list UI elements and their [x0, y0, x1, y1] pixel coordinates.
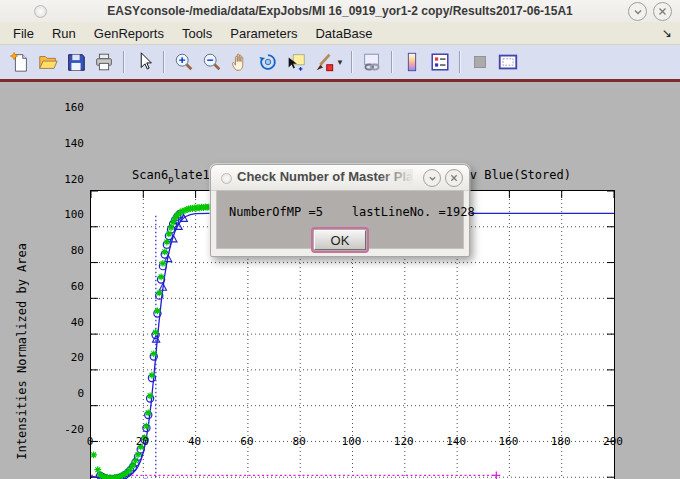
link-plot-icon[interactable] — [359, 49, 385, 75]
x-tick-label: 140 — [436, 435, 476, 448]
new-file-icon[interactable] — [7, 49, 33, 75]
y-tick-label: 80 — [40, 244, 84, 257]
print-icon[interactable] — [91, 49, 117, 75]
dialog-titlebar[interactable]: Check Number of Master Pla — [211, 165, 469, 191]
brush-icon[interactable] — [311, 49, 337, 75]
toolbar-separator — [391, 51, 393, 73]
window-shade-button[interactable] — [628, 2, 647, 21]
chevron-down-icon — [633, 7, 643, 17]
x-tick-label: 200 — [593, 435, 633, 448]
data-cursor-icon[interactable] — [283, 49, 309, 75]
open-file-icon[interactable] — [35, 49, 61, 75]
window-titlebar[interactable]: EASYconsole-/media/data/ExpJobs/MI 16_09… — [0, 0, 680, 23]
x-tick-label: 60 — [227, 435, 267, 448]
x-tick-label: 180 — [541, 435, 581, 448]
save-icon[interactable] — [63, 49, 89, 75]
brush-dropdown-caret[interactable]: ▼ — [336, 58, 344, 67]
y-tick-label: 0 — [40, 387, 84, 400]
ok-button[interactable]: OK — [314, 230, 366, 250]
dialog-menu-icon[interactable] — [221, 173, 232, 184]
dialog-shade-button[interactable] — [423, 169, 441, 187]
x-tick-label: 100 — [332, 435, 372, 448]
y-tick-label: 140 — [40, 137, 84, 150]
menu-genreports[interactable]: GenReports — [85, 23, 173, 44]
menubar: File Run GenReports Tools Parameters Dat… — [0, 22, 680, 45]
menu-tools[interactable]: Tools — [173, 23, 221, 44]
number-of-mp-value: NumberOfMP =5 — [229, 205, 323, 219]
y-tick-label: 160 — [40, 101, 84, 114]
toolbar-separator — [459, 51, 461, 73]
menu-parameters[interactable]: Parameters — [221, 23, 306, 44]
menu-overflow-arrow-icon[interactable]: ↘ — [662, 26, 672, 40]
window-close-button[interactable] — [653, 2, 672, 21]
x-tick-label: 80 — [279, 435, 319, 448]
legend-icon[interactable] — [427, 49, 453, 75]
y-tick-label: 60 — [40, 280, 84, 293]
app-window: EASYconsole-/media/data/ExpJobs/MI 16_09… — [0, 0, 680, 479]
x-tick-label: 20 — [122, 435, 162, 448]
x-tick-label: 0 — [70, 435, 110, 448]
last-line-no-value: lastLineNo. =1928 — [352, 205, 475, 219]
x-tick-label: 120 — [384, 435, 424, 448]
y-tick-label: 100 — [40, 208, 84, 221]
y-axis-label: Intensities Normalized by Area — [15, 243, 29, 460]
rotate-3d-icon[interactable] — [255, 49, 281, 75]
toolbar-separator — [163, 51, 165, 73]
toolbar-separator — [123, 51, 125, 73]
y-tick-label: 120 — [40, 173, 84, 186]
menu-file[interactable]: File — [4, 23, 43, 44]
y-tick-label: 40 — [40, 316, 84, 329]
chart-title-prefix: Scan6 — [132, 168, 168, 182]
dialog-close-button[interactable] — [445, 169, 463, 187]
colorbar-icon[interactable] — [399, 49, 425, 75]
zoom-in-icon[interactable] — [171, 49, 197, 75]
dialog-title: Check Number of Master Pla — [237, 169, 413, 187]
y-axis-label-box: Intensities Normalized by Area — [14, 190, 30, 479]
y-tick-label: 20 — [40, 351, 84, 364]
edit-arrow-icon[interactable] — [131, 49, 157, 75]
menu-database[interactable]: DataBase — [306, 23, 381, 44]
y-tick-label: -20 — [40, 423, 84, 436]
zoom-out-icon[interactable] — [199, 49, 225, 75]
x-tick-label: 40 — [175, 435, 215, 448]
check-master-plates-dialog: Check Number of Master Pla NumberOfMP =5… — [210, 164, 470, 257]
show-plot-tools-icon[interactable] — [495, 49, 521, 75]
hide-plot-tools-icon[interactable] — [467, 49, 493, 75]
pan-hand-icon[interactable] — [227, 49, 253, 75]
toolbar-separator — [351, 51, 353, 73]
ok-button-focus-ring: OK — [311, 227, 369, 253]
toolbar: ▼ — [0, 45, 680, 79]
figure-area: Scan6plate1-Spot#1 Filtered Red Includin… — [0, 82, 680, 479]
dialog-body: NumberOfMP =5 lastLineNo. =1928 OK — [216, 190, 464, 249]
close-icon — [658, 7, 667, 16]
window-title: EASYconsole-/media/data/ExpJobs/MI 16_09… — [0, 4, 680, 18]
menu-run[interactable]: Run — [43, 23, 85, 44]
x-tick-label: 160 — [488, 435, 528, 448]
dialog-message: NumberOfMP =5 lastLineNo. =1928 — [229, 205, 475, 219]
message-gap — [323, 205, 352, 219]
window-menu-icon[interactable] — [34, 5, 47, 18]
chevron-down-icon — [428, 174, 437, 183]
close-icon — [450, 174, 458, 182]
